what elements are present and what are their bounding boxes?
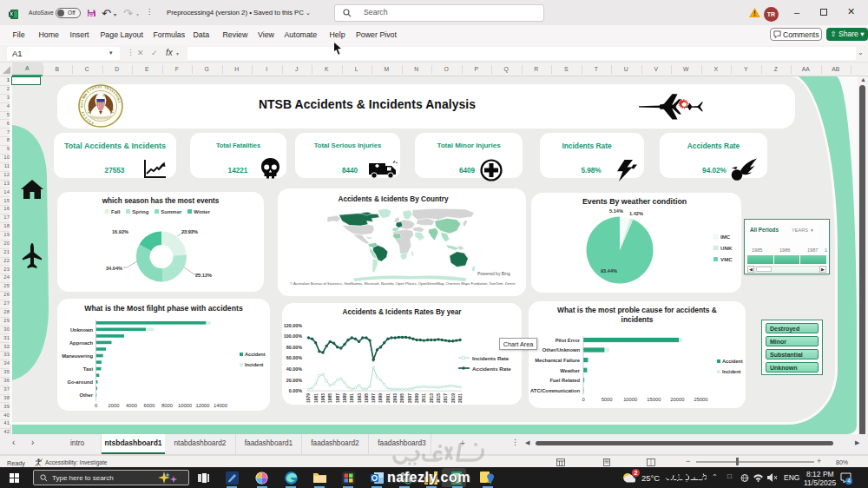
- svg-text:4000: 4000: [126, 403, 137, 408]
- svg-text:0: 0: [95, 403, 97, 408]
- svg-text:12000: 12000: [195, 403, 209, 408]
- svg-text:VMC: VMC: [720, 256, 733, 262]
- svg-text:Accident: Accident: [245, 352, 266, 357]
- svg-text:Unknown: Unknown: [70, 327, 94, 333]
- svg-text:Fuel Related: Fuel Related: [550, 378, 581, 383]
- svg-text:23.92%: 23.92%: [181, 229, 198, 234]
- svg-text:© Australian Bureau of Statist: © Australian Bureau of Statistics, GeoNa…: [290, 281, 516, 286]
- svg-text:Mechanical Failure: Mechanical Failure: [535, 358, 581, 363]
- svg-text:2019: 2019: [451, 393, 456, 403]
- svg-text:Pilot Error: Pilot Error: [556, 338, 581, 343]
- svg-text:2021: 2021: [458, 393, 463, 403]
- svg-text:10000: 10000: [178, 403, 192, 408]
- svg-text:Other: Other: [80, 392, 94, 398]
- svg-text:120.00%: 120.00%: [284, 323, 302, 328]
- svg-text:Maneuvering: Maneuvering: [62, 353, 93, 359]
- svg-text:X: X: [10, 11, 13, 16]
- svg-text:Approach: Approach: [69, 340, 94, 346]
- svg-text:1999: 1999: [379, 393, 384, 403]
- svg-text:5.14%: 5.14%: [609, 208, 623, 214]
- svg-text:ATC/Communication: ATC/Communication: [530, 388, 580, 393]
- svg-text:10000: 10000: [623, 397, 637, 402]
- svg-text:14000: 14000: [214, 403, 227, 408]
- svg-text:0: 0: [582, 397, 584, 402]
- svg-text:2015: 2015: [437, 393, 441, 403]
- svg-text:Incident: Incident: [722, 369, 741, 374]
- svg-text:1985: 1985: [328, 393, 332, 403]
- svg-text:Powered by Bing: Powered by Bing: [477, 271, 510, 276]
- svg-text:25.12%: 25.12%: [195, 273, 212, 278]
- svg-text:1991: 1991: [350, 393, 354, 403]
- svg-text:2005: 2005: [401, 393, 405, 403]
- svg-text:1983: 1983: [321, 393, 326, 403]
- svg-text:Taxi: Taxi: [83, 366, 94, 372]
- svg-text:2009: 2009: [415, 393, 419, 403]
- svg-text:20000: 20000: [670, 397, 684, 402]
- svg-text:Incidents Rate: Incidents Rate: [472, 355, 510, 361]
- svg-text:34.04%: 34.04%: [106, 266, 122, 271]
- svg-text:25000: 25000: [694, 397, 707, 402]
- svg-text:8000: 8000: [161, 403, 173, 408]
- svg-text:80.00%: 80.00%: [286, 345, 302, 350]
- svg-text:1995: 1995: [365, 393, 369, 403]
- svg-text:2017: 2017: [444, 393, 448, 403]
- svg-text:2007: 2007: [408, 393, 412, 403]
- svg-text:16.92%: 16.92%: [112, 229, 128, 234]
- svg-text:5000: 5000: [602, 397, 613, 402]
- svg-text:Go-around: Go-around: [67, 379, 93, 385]
- svg-text:1987: 1987: [336, 393, 340, 403]
- svg-text:2000: 2000: [108, 403, 120, 408]
- svg-text:6000: 6000: [144, 403, 155, 408]
- svg-text:IMC: IMC: [720, 234, 731, 240]
- svg-text:1.42%: 1.42%: [629, 211, 643, 216]
- svg-text:1997: 1997: [372, 393, 376, 403]
- svg-text:1981: 1981: [314, 393, 319, 403]
- svg-text:1989: 1989: [343, 393, 347, 403]
- svg-text:Accidents Rate: Accidents Rate: [472, 366, 511, 372]
- svg-text:20.00%: 20.00%: [286, 378, 302, 383]
- svg-text:15000: 15000: [647, 397, 661, 402]
- svg-text:100.00%: 100.00%: [284, 333, 302, 339]
- svg-text:2001: 2001: [386, 393, 391, 403]
- svg-text:2011: 2011: [422, 393, 426, 403]
- svg-text:1993: 1993: [358, 393, 362, 403]
- svg-text:60.00%: 60.00%: [286, 355, 302, 360]
- svg-text:2013: 2013: [430, 393, 434, 403]
- svg-text:40.00%: 40.00%: [286, 366, 302, 372]
- svg-text:0.00%: 0.00%: [289, 388, 302, 393]
- svg-text:Accident: Accident: [722, 359, 743, 364]
- svg-text:1979: 1979: [306, 393, 311, 403]
- svg-text:93.44%: 93.44%: [601, 268, 617, 274]
- svg-text:2003: 2003: [393, 393, 398, 403]
- svg-text:Weather: Weather: [560, 368, 581, 373]
- svg-text:Other/Unknown: Other/Unknown: [542, 347, 581, 353]
- svg-text:UNK: UNK: [720, 245, 733, 251]
- svg-text:Incident: Incident: [245, 362, 264, 367]
